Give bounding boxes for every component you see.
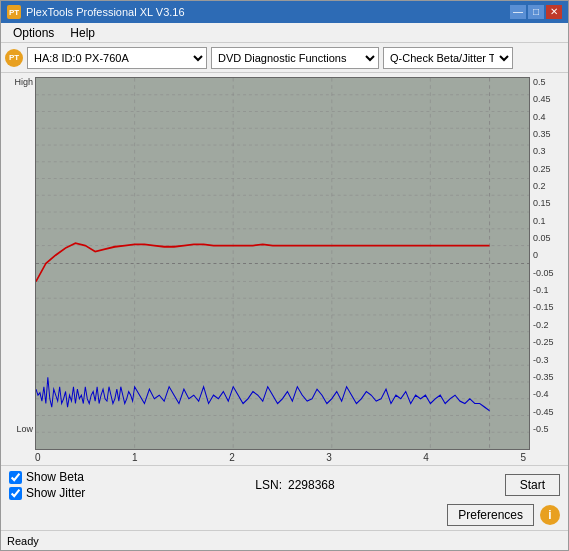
window-title: PlexTools Professional XL V3.16 [26, 6, 185, 18]
show-jitter-label: Show Jitter [26, 486, 85, 500]
x-label-5: 5 [520, 452, 526, 463]
x-label-4: 4 [423, 452, 429, 463]
y-label-left: High Low [7, 77, 35, 450]
status-text: Ready [7, 535, 39, 547]
preferences-button[interactable]: Preferences [447, 504, 534, 526]
title-bar-left: PT PlexTools Professional XL V3.16 [7, 5, 185, 19]
test-select[interactable]: Q-Check Beta/Jitter Test [383, 47, 513, 69]
low-label: Low [16, 424, 33, 434]
x-label-0: 0 [35, 452, 41, 463]
x-label-2: 2 [229, 452, 235, 463]
bottom-panel: Show Beta Show Jitter LSN: 2298368 Start… [1, 465, 568, 530]
drive-select[interactable]: HA:8 ID:0 PX-760A [27, 47, 207, 69]
chart-container: High Low [1, 73, 568, 465]
y-label-right: 0.5 0.45 0.4 0.35 0.3 0.25 0.2 0.15 0.1 … [530, 77, 562, 450]
drive-icon: PT [5, 49, 23, 67]
chart-area: High Low [7, 77, 562, 450]
start-button[interactable]: Start [505, 474, 560, 496]
x-label-1: 1 [132, 452, 138, 463]
show-beta-label: Show Beta [26, 470, 84, 484]
title-bar: PT PlexTools Professional XL V3.16 — □ ✕ [1, 1, 568, 23]
status-bar: Ready [1, 530, 568, 550]
close-button[interactable]: ✕ [546, 5, 562, 19]
app-icon: PT [7, 5, 21, 19]
show-jitter-checkbox[interactable] [9, 487, 22, 500]
info-button[interactable]: i [540, 505, 560, 525]
show-beta-row: Show Beta [9, 470, 85, 484]
menu-bar: Options Help [1, 23, 568, 43]
x-labels: 0 1 2 3 4 5 [7, 450, 562, 463]
lsn-label: LSN: [255, 478, 282, 492]
function-select[interactable]: DVD Diagnostic Functions [211, 47, 379, 69]
title-buttons: — □ ✕ [510, 5, 562, 19]
lsn-value: 2298368 [288, 478, 335, 492]
menu-help[interactable]: Help [62, 24, 103, 42]
x-label-3: 3 [326, 452, 332, 463]
show-beta-checkbox[interactable] [9, 471, 22, 484]
maximize-button[interactable]: □ [528, 5, 544, 19]
minimize-button[interactable]: — [510, 5, 526, 19]
bottom-row1: Show Beta Show Jitter LSN: 2298368 Start [9, 470, 560, 500]
lsn-area: LSN: 2298368 [255, 478, 334, 492]
main-window: PT PlexTools Professional XL V3.16 — □ ✕… [0, 0, 569, 551]
show-jitter-row: Show Jitter [9, 486, 85, 500]
menu-options[interactable]: Options [5, 24, 62, 42]
chart-svg [36, 78, 529, 449]
chart-plot [35, 77, 530, 450]
right-buttons: Start [505, 474, 560, 496]
toolbar: PT HA:8 ID:0 PX-760A DVD Diagnostic Func… [1, 43, 568, 73]
bottom-row2: Preferences i [9, 504, 560, 526]
high-label: High [14, 77, 33, 87]
checkboxes: Show Beta Show Jitter [9, 470, 85, 500]
prefs-area: Preferences i [447, 504, 560, 526]
